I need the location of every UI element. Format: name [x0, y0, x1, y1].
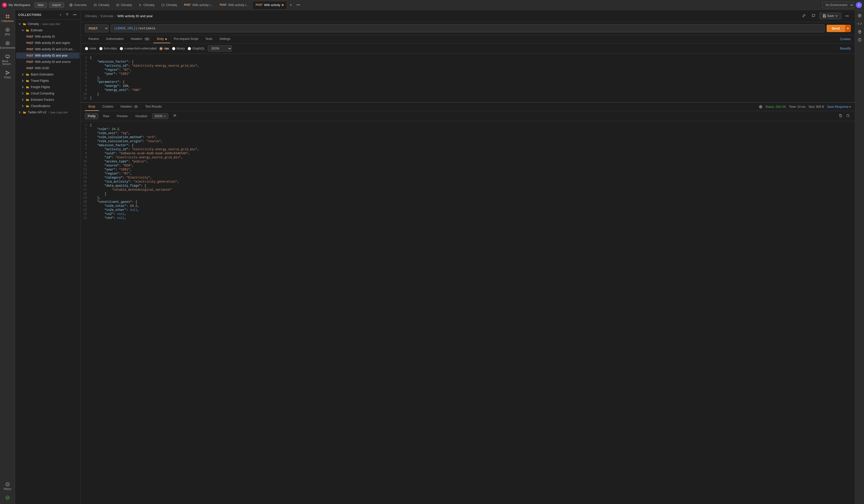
tab-settings[interactable]: Settings — [216, 35, 234, 43]
tab-climatiq-3[interactable]: Climatiq — [135, 1, 157, 9]
resp-format-raw[interactable]: Raw — [100, 113, 112, 119]
folder-emission-label: Emission Factors — [31, 98, 54, 101]
method-select[interactable]: POST GET PUT DELETE — [85, 24, 109, 32]
sidebar-item-apis[interactable]: APIs — [1, 25, 14, 38]
svg-marker-7 — [140, 4, 141, 6]
request-with-uuid[interactable]: POST With UUID — [16, 65, 80, 71]
tab-post-activity-2[interactable]: POST With activity I... — [216, 1, 252, 9]
request-with-activity-id-region[interactable]: POST With activity ID and region — [16, 40, 80, 46]
folder-batch-estimation[interactable]: Batch Estimation — [16, 72, 80, 77]
sidebar-item-mock-servers[interactable]: Mock Servers — [1, 52, 14, 67]
resp-code-line: 3 "co2e_unit": "kg", — [81, 131, 855, 135]
resp-format-visualize[interactable]: Visualize — [132, 113, 150, 119]
send-main-button[interactable]: Send — [827, 25, 845, 32]
request-code-editor[interactable]: 1{ 2 "emission_factor": { 3 "activity_id… — [81, 54, 855, 102]
import-button[interactable]: Import — [49, 2, 64, 8]
resp-wrap-button[interactable] — [170, 113, 179, 120]
sidebar-item-environments[interactable]: Environments — [1, 39, 14, 51]
more-tabs-button[interactable]: ••• — [295, 2, 302, 8]
radio-binary[interactable]: binary — [172, 47, 185, 50]
sidebar-item-flows[interactable]: Flows — [1, 69, 14, 81]
post-badge: POST — [25, 48, 33, 51]
post-badge: POST — [25, 54, 33, 57]
resp-tab-test-results[interactable]: Test Results — [142, 103, 165, 111]
post-badge-1: POST — [184, 3, 191, 6]
tab-headers[interactable]: Headers 10 — [127, 35, 153, 43]
sidebar-more-button[interactable]: ••• — [72, 12, 77, 17]
tab-params[interactable]: Params — [85, 35, 102, 43]
tab-tests[interactable]: Tests — [202, 35, 216, 43]
radio-urlencoded[interactable]: x-www-form-urlencoded — [120, 47, 156, 50]
request-with-activity-id[interactable]: POST With activity ID — [16, 34, 80, 40]
edit-button[interactable] — [800, 13, 808, 19]
resp-tab-headers[interactable]: Headers 9 — [117, 103, 142, 111]
sidebar-item-bottom-icon[interactable] — [1, 493, 14, 502]
radio-raw[interactable]: raw — [159, 47, 169, 50]
resp-code-line: 11 "source": "EEA", — [81, 164, 855, 168]
tab-climatiq-2[interactable]: Climatiq — [113, 1, 135, 9]
comment-button[interactable] — [810, 13, 817, 19]
resp-tab-cookies[interactable]: Cookies — [99, 103, 117, 111]
svg-point-21 — [6, 73, 7, 74]
sidebar-item-history[interactable]: History — [1, 480, 14, 492]
tab-authorization[interactable]: Authorization — [102, 35, 127, 43]
tab-pre-request[interactable]: Pre-request Script — [170, 35, 202, 43]
tab-post-activity-1[interactable]: POST With activity I... — [181, 1, 216, 9]
send-dropdown-button[interactable]: ▾ — [845, 25, 851, 32]
more-options-button[interactable]: ••• — [843, 13, 851, 19]
folder-freight-flights[interactable]: Freight Flights — [16, 84, 80, 90]
location-right-icon[interactable] — [856, 28, 863, 35]
environment-select[interactable]: No Environment — [822, 2, 854, 8]
location-icon — [858, 30, 862, 34]
svg-point-19 — [6, 71, 7, 72]
info-right-icon[interactable] — [856, 36, 863, 44]
tab-climatiq-1[interactable]: Climatiq — [91, 1, 112, 9]
chevron-right-icon-7 — [18, 111, 21, 114]
url-display[interactable]: {{BASE_URL}}/estimate — [111, 24, 825, 32]
radio-graphql[interactable]: GraphQL — [188, 47, 205, 50]
folder-travel-flights[interactable]: Travel Flights — [16, 78, 80, 84]
copy-response-button[interactable] — [838, 113, 843, 119]
search-response-button[interactable] — [845, 113, 851, 119]
post-badge-active: POST — [256, 3, 263, 6]
collection-climatiq[interactable]: Climatiq ⑂ Jane Ling's fork — [16, 21, 80, 27]
resp-code-line: 22 "co2e_other": null, — [81, 208, 855, 212]
save-response-button[interactable]: Save Response ▾ — [827, 105, 851, 109]
resp-json-select[interactable]: JSON — [152, 113, 168, 119]
workspace-name: M My Workspace — [2, 2, 30, 8]
new-tab-button[interactable]: + — [288, 2, 294, 8]
request-with-activity-id-source[interactable]: POST With activity ID and source — [16, 59, 80, 65]
apis-label: APIs — [5, 33, 10, 36]
new-collection-button[interactable]: + — [58, 12, 62, 17]
body-format-select[interactable]: JSON Text JavaScript HTML XML — [208, 46, 232, 51]
resp-code-line: 6 "emission_factor": { — [81, 144, 855, 147]
request-with-activity-id-lca[interactable]: POST With activity ID and LCA act... — [16, 46, 80, 52]
resp-format-pretty[interactable]: Pretty — [85, 113, 98, 119]
collection-icon-2 — [116, 3, 119, 7]
tab-overview[interactable]: Overview — [66, 1, 90, 9]
code-right-icon[interactable] — [856, 20, 863, 27]
sidebar-item-collections[interactable]: Collections — [1, 12, 14, 24]
sidebar-content: Climatiq ⑂ Jane Ling's fork Estimate POS… — [15, 20, 81, 504]
send-button-group: Send ▾ — [827, 25, 851, 32]
tab-climatiq-4[interactable]: Climatiq — [158, 1, 180, 9]
save-button[interactable]: Save — [819, 13, 841, 19]
cookies-right-icon[interactable] — [856, 12, 863, 19]
sidebar-filter-button[interactable] — [64, 12, 70, 17]
request-with-activity-id-year[interactable]: POST With activity ID and year — [16, 52, 80, 59]
beautify-button[interactable]: Beautify — [840, 47, 851, 50]
radio-form-data[interactable]: form-data — [99, 47, 117, 50]
new-button[interactable]: New — [34, 2, 47, 8]
resp-tab-body[interactable]: Body — [85, 103, 99, 111]
folder-cloud-computing[interactable]: Cloud Computing — [16, 90, 80, 97]
resp-format-preview[interactable]: Preview — [114, 113, 130, 119]
folder-classifications[interactable]: Classifications — [16, 103, 80, 109]
folder-estimate[interactable]: Estimate — [16, 27, 80, 33]
body-dot — [165, 38, 167, 40]
folder-emission-factors[interactable]: Emission Factors — [16, 97, 80, 103]
tab-post-activity-active[interactable]: POST With activity — [252, 1, 287, 9]
tab-body[interactable]: Body — [153, 35, 170, 43]
cookies-link[interactable]: Cookies — [840, 37, 851, 41]
radio-none[interactable]: none — [85, 47, 96, 50]
collection-twitter[interactable]: Twitter API v2 ⑂ Jane Ling's fork — [16, 109, 80, 115]
